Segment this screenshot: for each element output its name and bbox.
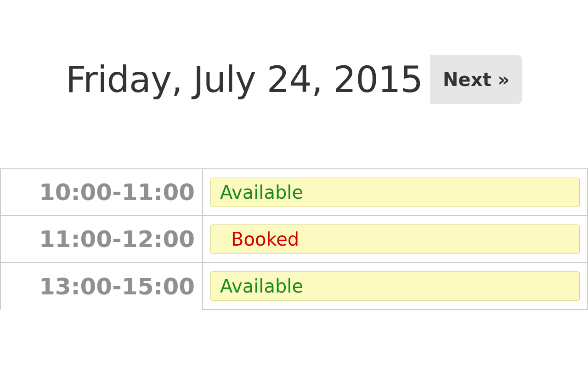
time-cell: 11:00-12:00 [0, 216, 203, 263]
schedule-row: 13:00-15:00 Available [0, 263, 588, 310]
header-row: Friday, July 24, 2015 Next » [0, 0, 588, 168]
status-cell: Booked [203, 216, 588, 263]
status-cell: Available [203, 169, 588, 216]
time-cell: 10:00-11:00 [0, 169, 203, 216]
status-available[interactable]: Available [210, 178, 580, 207]
status-cell: Available [203, 263, 588, 310]
schedule-row: 11:00-12:00 Booked [0, 216, 588, 263]
date-title: Friday, July 24, 2015 [66, 59, 423, 100]
time-cell: 13:00-15:00 [0, 263, 203, 310]
status-booked[interactable]: Booked [210, 224, 580, 254]
schedule-row: 10:00-11:00 Available [0, 169, 588, 216]
next-button[interactable]: Next » [430, 55, 522, 104]
status-available[interactable]: Available [210, 271, 580, 301]
schedule-table: 10:00-11:00 Available 11:00-12:00 Booked… [0, 168, 588, 310]
